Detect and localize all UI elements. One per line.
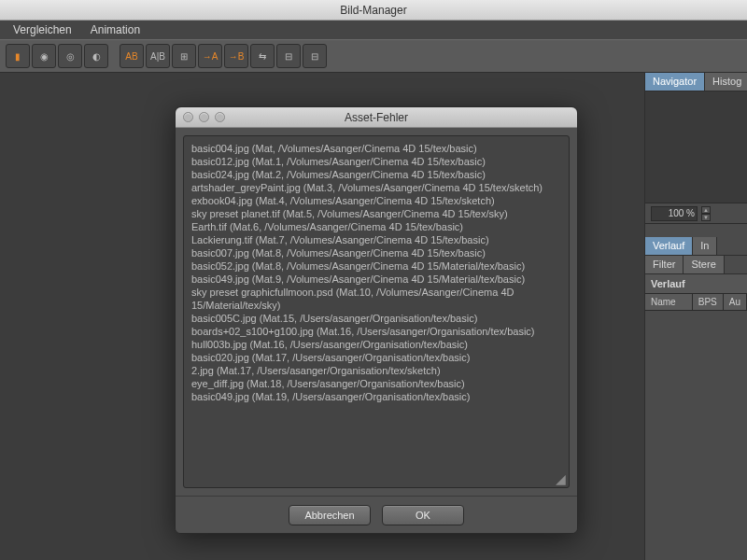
error-line: sky preset graphicfullmoon.psd (Mat.10, … [191,286,561,312]
zoom-row: ▲ ▼ [645,203,747,224]
error-line: basic005C.jpg (Mat.15, /Users/asanger/Or… [191,312,561,325]
error-line: basic012.jpg (Mat.1, /Volumes/Asanger/Ci… [191,155,561,168]
window-titlebar: Bild-Manager [0,0,747,21]
toolbar: ▮ ◉ ◎ ◐ AB A|B ⊞ →A →B ⇆ ⊟ ⊟ [0,39,747,73]
side-panel: Navigator Histog ▲ ▼ Verlauf In Filter S… [644,73,747,560]
ok-button[interactable]: OK [382,505,464,525]
error-line: basic052.jpg (Mat.8, /Volumes/Asanger/Ci… [191,259,561,273]
tab-info[interactable]: In [693,237,717,255]
navigator-body [645,91,747,203]
eye-dot-icon[interactable]: ◎ [58,44,82,68]
ab-scale-icon[interactable]: ⇆ [250,44,275,68]
grid-a-icon[interactable]: ⊟ [276,44,301,68]
tool-group-1: ▮ ◉ ◎ ◐ [6,44,108,68]
error-line: basic049.jpg (Mat.9, /Volumes/Asanger/Ci… [191,273,561,286]
zoom-icon[interactable] [215,112,225,122]
error-line: boards+02_s100+g100.jpg (Mat.16, /Users/… [191,325,561,338]
error-line: basic024.jpg (Mat.2, /Volumes/Asanger/Ci… [191,168,561,181]
step-down-icon[interactable]: ▼ [701,214,711,221]
menu-vergleichen[interactable]: Vergleichen [4,21,81,38]
cancel-button[interactable]: Abbrechen [289,505,371,525]
error-line: basic007.jpg (Mat.8, /Volumes/Asanger/Ci… [191,246,561,259]
match-icon[interactable]: ◐ [84,44,108,68]
tab-stereo[interactable]: Stere [684,256,724,273]
zoom-stepper[interactable]: ▲ ▼ [701,206,711,221]
book-icon[interactable]: ▮ [6,44,30,68]
error-line: eye_diff.jpg (Mat.18, /Users/asanger/Org… [191,377,561,390]
section-verlauf-title: Verlauf [645,274,747,294]
grid-b-icon[interactable]: ⊟ [303,44,327,68]
arrow-b-icon[interactable]: →B [224,44,248,68]
dialog-title: Asset-Fehler [176,111,577,124]
sidebar-mid-tabs-1: Verlauf In [645,237,747,256]
menubar: Vergleichen Animation [0,21,747,39]
sidebar-top-tabs: Navigator Histog [645,73,747,91]
tab-filter[interactable]: Filter [645,256,684,273]
tab-navigator[interactable]: Navigator [645,73,705,91]
tool-group-2: AB A|B ⊞ →A →B ⇆ ⊟ ⊟ [120,44,327,68]
error-line: Earth.tif (Mat.6, /Volumes/Asanger/Cinem… [191,220,561,233]
minimize-icon[interactable] [199,112,209,122]
zoom-input[interactable] [651,206,698,221]
dialog-footer: Abbrechen OK [176,496,577,533]
verlauf-table-header: Name BPS Au [645,294,747,311]
error-line: hull003b.jpg (Mat.16, /Users/asanger/Org… [191,338,561,351]
col-name[interactable]: Name [645,294,693,310]
arrow-a-icon[interactable]: →A [198,44,222,68]
menu-animation[interactable]: Animation [81,21,149,38]
error-list[interactable]: basic004.jpg (Mat, /Volumes/Asanger/Cine… [183,135,570,488]
dialog-titlebar[interactable]: Asset-Fehler [176,107,577,128]
resize-handle-icon[interactable]: ◢ [556,474,567,485]
error-line: 2.jpg (Mat.17, /Users/asanger/Organisati… [191,364,561,377]
ab-split-icon[interactable]: A|B [146,44,170,68]
ab-orange-icon[interactable]: AB [120,44,144,68]
close-icon[interactable] [183,112,193,122]
error-line: basic049.jpg (Mat.19, /Users/asanger/Org… [191,390,561,403]
col-bps[interactable]: BPS [693,294,724,310]
tab-verlauf[interactable]: Verlauf [645,237,693,255]
error-line: Lackierung.tif (Mat.7, /Volumes/Asanger/… [191,233,561,246]
error-line: exbook04.jpg (Mat.4, /Volumes/Asanger/Ci… [191,194,561,207]
error-line: sky preset planet.tif (Mat.5, /Volumes/A… [191,207,561,220]
traffic-lights [176,112,225,122]
error-line: basic020.jpg (Mat.17, /Users/asanger/Org… [191,351,561,364]
error-line: basic004.jpg (Mat, /Volumes/Asanger/Cine… [191,142,561,155]
step-up-icon[interactable]: ▲ [701,206,711,214]
tab-histogram[interactable]: Histog [705,73,747,91]
error-line: artshader_greyPaint.jpg (Mat.3, /Volumes… [191,181,561,194]
sidebar-mid-tabs-2: Filter Stere [645,256,747,274]
col-au[interactable]: Au [724,294,747,310]
eye-icon[interactable]: ◉ [32,44,56,68]
asset-error-dialog: Asset-Fehler basic004.jpg (Mat, /Volumes… [175,106,578,534]
ab-gray-icon[interactable]: ⊞ [172,44,196,68]
window-title: Bild-Manager [340,4,406,17]
